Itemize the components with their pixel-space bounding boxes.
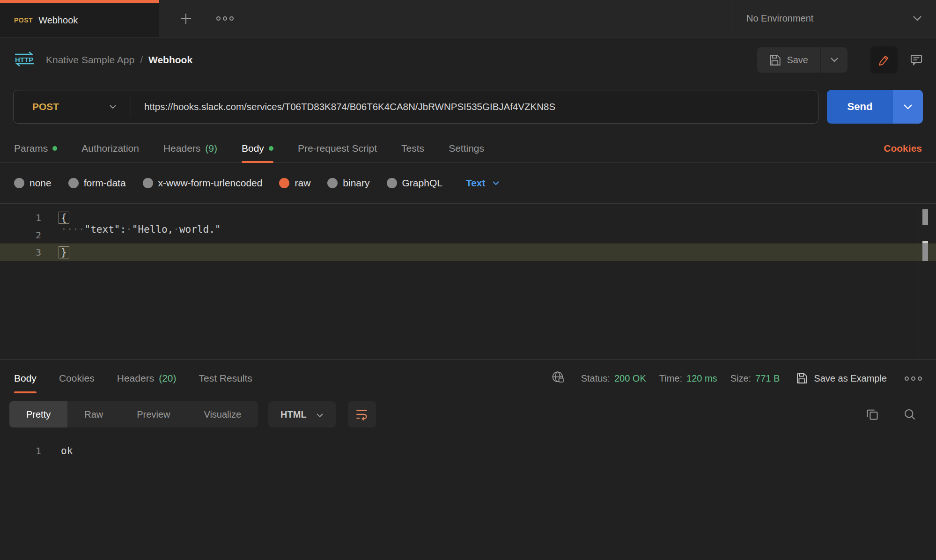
copy-response-button[interactable] (866, 408, 879, 421)
send-button[interactable]: Send (827, 90, 893, 124)
mode-urlencoded[interactable]: x-www-form-urlencoded (143, 177, 263, 189)
body-active-dot (269, 146, 273, 151)
size-value: 771 B (755, 373, 780, 384)
edit-request-button[interactable] (870, 46, 898, 74)
mode-none-label: none (29, 177, 52, 189)
breadcrumb-collection[interactable]: Knative Sample App (46, 54, 134, 66)
request-body-editor[interactable]: 1 { 2 ····"text":·"Hello,·world." 3 } (0, 203, 936, 360)
mode-urlencoded-label: x-www-form-urlencoded (158, 177, 263, 189)
tab-title: Webhook (38, 15, 78, 26)
response-format-selector[interactable]: HTML (268, 401, 336, 427)
headers-count: (9) (205, 143, 217, 154)
editor-scroll-divider (919, 204, 919, 359)
mode-binary-label: binary (343, 177, 369, 189)
http-request-icon: HTTP (13, 51, 36, 69)
radio-checked-icon (279, 178, 289, 188)
tab-webhook[interactable]: POST Webhook (0, 0, 159, 37)
cookies-link[interactable]: Cookies (884, 143, 922, 154)
response-tab-body[interactable]: Body (14, 360, 37, 397)
new-tab-button[interactable] (179, 12, 193, 26)
tab-tests[interactable]: Tests (401, 134, 424, 162)
view-preview-button[interactable]: Preview (120, 401, 187, 427)
response-options-button[interactable] (905, 376, 922, 381)
tab-headers[interactable]: Headers (9) (163, 134, 217, 162)
save-button[interactable]: Save (757, 47, 820, 73)
breadcrumb-request-name[interactable]: Webhook (148, 54, 192, 66)
comment-icon (910, 53, 923, 66)
save-as-example-button[interactable]: Save as Example (796, 373, 887, 384)
response-view-switcher: Pretty Raw Preview Visualize (9, 401, 258, 427)
save-options-button[interactable] (821, 47, 848, 73)
more-horizontal-icon (216, 16, 234, 21)
response-tab-test-results[interactable]: Test Results (199, 360, 252, 397)
tab-body-label: Body (242, 143, 264, 154)
tab-params[interactable]: Params (14, 134, 57, 162)
chevron-down-icon (316, 409, 324, 420)
view-visualize-button[interactable]: Visualize (187, 401, 258, 427)
request-header: HTTP Knative Sample App / Webhook Save (0, 37, 936, 82)
response-tab-headers-label: Headers (117, 373, 154, 384)
comments-button[interactable] (910, 53, 923, 66)
editor-scrollbar-thumb[interactable] (922, 209, 928, 225)
tab-authorization-label: Authorization (81, 143, 139, 154)
search-icon (903, 408, 916, 421)
breadcrumb-separator: / (140, 54, 143, 66)
save-as-example-label: Save as Example (814, 373, 887, 384)
tab-settings-label: Settings (449, 143, 484, 154)
response-tab-headers[interactable]: Headers (20) (117, 360, 177, 397)
tab-body[interactable]: Body (242, 134, 273, 162)
response-format-label: HTML (280, 409, 307, 420)
tab-pre-request-label: Pre-request Script (298, 143, 377, 154)
environment-label: No Environment (746, 13, 913, 24)
network-info-icon[interactable] (551, 370, 565, 387)
wrap-lines-button[interactable] (348, 401, 376, 427)
response-toolbar: Pretty Raw Preview Visualize HTML (0, 397, 936, 432)
body-mode-row: none form-data x-www-form-urlencoded raw… (0, 163, 936, 203)
tab-method-badge: POST (14, 16, 33, 24)
close-brace: } (59, 246, 69, 258)
view-raw-button[interactable]: Raw (67, 401, 120, 427)
mode-graphql[interactable]: GraphQL (387, 177, 442, 189)
tabbar-spacer (234, 0, 732, 37)
mode-raw[interactable]: raw (279, 177, 310, 189)
params-active-dot (52, 146, 57, 151)
search-response-button[interactable] (903, 408, 916, 421)
line-number: 2 (0, 229, 41, 241)
status-metric: Status: 200 OK (581, 373, 646, 384)
tab-pre-request-script[interactable]: Pre-request Script (298, 134, 377, 162)
line-number: 1 (0, 212, 41, 223)
tab-authorization[interactable]: Authorization (81, 134, 139, 162)
tab-settings[interactable]: Settings (449, 134, 484, 162)
wrap-text-icon (355, 408, 369, 420)
status-label: Status: (581, 373, 610, 384)
chevron-down-icon (830, 57, 839, 64)
chevron-down-icon (913, 15, 922, 23)
method-selector[interactable]: POST (14, 101, 131, 112)
code-token: "text": (85, 224, 126, 235)
response-body-viewer[interactable]: 1 ok (0, 432, 936, 459)
response-tab-cookies[interactable]: Cookies (59, 360, 95, 397)
raw-language-selector[interactable]: Text (466, 177, 500, 189)
tab-options-button[interactable] (216, 16, 234, 21)
response-tab-body-label: Body (14, 373, 37, 384)
editor-cursor-marker[interactable] (922, 241, 928, 261)
editor-line-2: 2 ····"text":·"Hello,·world." (0, 226, 936, 243)
environment-selector[interactable]: No Environment (732, 0, 936, 37)
send-options-button[interactable] (893, 90, 923, 124)
editor-line-3-current: 3 } (0, 243, 936, 261)
copy-icon (866, 408, 879, 421)
whitespace-dot: · (173, 224, 179, 235)
view-pretty-button[interactable]: Pretty (9, 401, 67, 427)
radio-icon (327, 178, 338, 188)
mode-binary[interactable]: binary (327, 177, 369, 189)
send-split-button: Send (827, 90, 923, 124)
mode-form-data[interactable]: form-data (68, 177, 126, 189)
tab-params-label: Params (14, 143, 48, 154)
line-number: 1 (0, 445, 41, 457)
save-split-button: Save (757, 47, 848, 73)
mode-none[interactable]: none (14, 177, 52, 189)
url-input[interactable] (131, 101, 818, 112)
save-icon (769, 54, 781, 66)
save-icon (796, 373, 808, 384)
request-tab-bar: POST Webhook No Environment (0, 0, 936, 37)
